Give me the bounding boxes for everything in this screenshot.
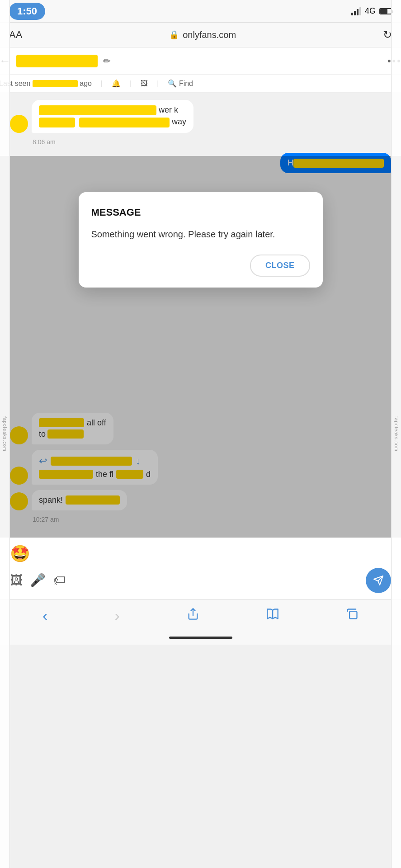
lock-icon: 🔒 xyxy=(169,30,179,40)
network-label: 4G xyxy=(365,6,376,16)
browser-bottom-bar: ‹ › xyxy=(0,599,401,631)
font-size-control[interactable]: AA xyxy=(9,29,22,41)
avatar xyxy=(10,115,28,133)
message-bubble: wer k way xyxy=(32,100,193,133)
chat-header: ← ✏ ••• xyxy=(0,47,401,75)
message-received-1: wer k way xyxy=(10,100,290,133)
microphone-button[interactable]: 🎤 xyxy=(30,573,46,588)
modal-overlay: MESSAGE Something went wrong. Please try… xyxy=(0,156,401,538)
send-button[interactable] xyxy=(366,568,391,593)
edit-icon[interactable]: ✏ xyxy=(103,56,111,66)
url-text: onlyfans.com xyxy=(183,30,236,40)
image-attach-button[interactable]: 🖼 xyxy=(10,573,23,588)
bookmarks-button[interactable] xyxy=(266,608,279,623)
close-button[interactable]: CLOSE xyxy=(250,255,310,277)
input-area: 🤩 🖼 🎤 🏷 xyxy=(0,538,401,599)
modal-actions: CLOSE xyxy=(91,255,310,277)
watermark-right: fapoleaks.com xyxy=(391,0,401,868)
chat-title xyxy=(16,55,98,67)
chat-header-left: ← ✏ xyxy=(0,54,111,68)
home-bar xyxy=(169,637,232,639)
tag-button[interactable]: 🏷 xyxy=(53,573,66,588)
emoji-display: 🤩 xyxy=(10,544,391,563)
status-right: 4G xyxy=(351,6,392,16)
svg-rect-1 xyxy=(349,611,357,618)
battery-icon xyxy=(379,8,392,14)
media-button[interactable]: 🖼 xyxy=(141,80,148,88)
find-button[interactable]: 🔍 Find xyxy=(168,79,193,88)
timestamp-1: 8:06 am xyxy=(33,138,391,146)
browser-back-button[interactable]: ‹ xyxy=(42,607,47,624)
home-indicator xyxy=(0,631,401,645)
last-seen-text: Last seen ago xyxy=(0,80,92,88)
status-time: 1:50 xyxy=(9,3,45,20)
notifications-button[interactable]: 🔔 xyxy=(112,79,121,88)
browser-forward-button[interactable]: › xyxy=(114,607,119,624)
modal-body: Something went wrong. Please try again l… xyxy=(91,227,310,241)
chat-message-area: wer k way 8:06 am H MESSAGE Something we… xyxy=(0,93,401,538)
url-bar[interactable]: 🔒 onlyfans.com xyxy=(169,30,236,40)
status-bar: 1:50 4G xyxy=(0,0,401,23)
input-toolbar: 🖼 🎤 🏷 xyxy=(10,568,391,593)
watermark-left: fapoleaks.com xyxy=(0,0,10,868)
chat-subheader: Last seen ago | 🔔 | 🖼 | 🔍 Find xyxy=(0,75,401,93)
modal-title: MESSAGE xyxy=(91,207,310,218)
error-modal: MESSAGE Something went wrong. Please try… xyxy=(79,192,323,288)
refresh-button[interactable]: ↻ xyxy=(383,28,392,41)
signal-bars-icon xyxy=(351,7,361,15)
browser-bar: AA 🔒 onlyfans.com ↻ xyxy=(0,23,401,47)
share-button[interactable] xyxy=(187,608,199,623)
tabs-button[interactable] xyxy=(346,608,359,623)
